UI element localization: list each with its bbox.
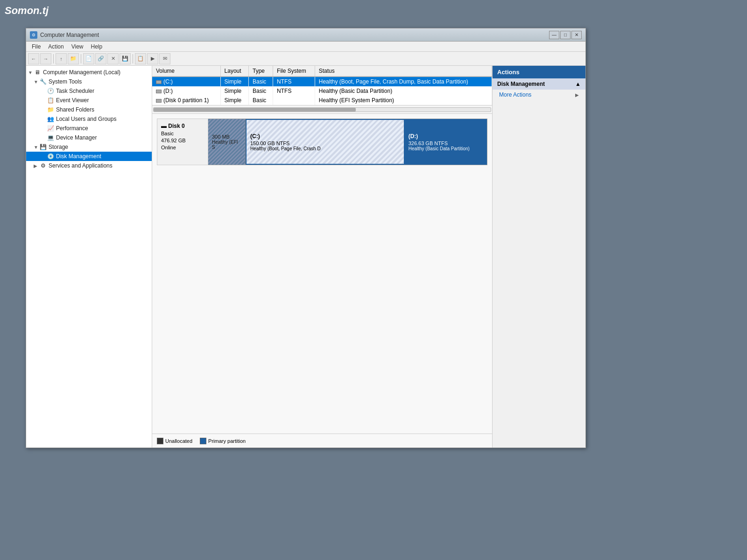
local-users-icon: 👥 (47, 115, 54, 123)
menu-action[interactable]: Action (44, 42, 67, 51)
d-fs: 326.63 GB NTFS (409, 140, 483, 146)
horizontal-scrollbar[interactable] (152, 105, 492, 114)
cell-layout: Simple (220, 77, 248, 86)
menu-bar: File Action View Help (26, 42, 585, 52)
disk-management-icon: 💿 (47, 153, 54, 160)
disk-size: 476.92 GB (161, 138, 204, 143)
toolbar-forward[interactable]: → (40, 53, 51, 64)
c-status: Healthy (Boot, Page File, Crash D (250, 146, 400, 151)
c-fs: 150.00 GB NTFS (250, 140, 400, 146)
toolbar-delete[interactable]: ✕ (107, 53, 119, 64)
device-manager-icon: 💻 (47, 134, 54, 141)
title-bar: ⚙ Computer Management — □ ✕ (26, 28, 585, 42)
c-name: (C:) (250, 133, 400, 140)
toolbar-properties[interactable]: 💾 (120, 53, 131, 64)
sidebar-item-disk-management[interactable]: 💿 Disk Management (26, 152, 152, 161)
scroll-track[interactable] (153, 107, 491, 112)
sidebar-item-system-tools[interactable]: ▼ 🔧 System Tools (26, 77, 152, 86)
primary-label: Primary partition (208, 438, 246, 444)
primary-swatch (200, 438, 206, 444)
d-status: Healthy (Basic Data Partition) (409, 146, 483, 151)
table-row[interactable]: (Disk 0 partition 1)SimpleBasicHealthy (… (152, 96, 492, 105)
toolbar-new[interactable]: 📄 (83, 53, 94, 64)
maximize-button[interactable]: □ (560, 31, 571, 39)
cell-layout: Simple (220, 86, 248, 96)
event-viewer-icon: 📋 (47, 97, 54, 104)
toolbar-copy[interactable]: 📋 (135, 53, 146, 64)
minimize-button[interactable]: — (549, 31, 559, 39)
watermark-text: Somon.tj (5, 5, 49, 17)
toolbar: ← → ↑ 📁 📄 🔗 ✕ 💾 📋 ▶ ✉ (26, 52, 585, 66)
col-volume[interactable]: Volume (152, 66, 220, 77)
menu-view[interactable]: View (68, 42, 87, 51)
toolbar-back[interactable]: ← (28, 53, 39, 64)
col-filesystem[interactable]: File System (273, 66, 315, 77)
partition-efi[interactable]: 300 MB Healthy (EFI S (208, 119, 246, 165)
disk-type: Basic (161, 131, 204, 136)
toolbar-up[interactable]: ↑ (56, 53, 67, 64)
expander-icon: ▼ (28, 70, 34, 75)
menu-file[interactable]: File (28, 42, 44, 51)
cell-type: Basic (248, 77, 273, 86)
disk-partitions: 300 MB Healthy (EFI S (C:) 150.00 GB NTF… (208, 119, 487, 165)
unallocated-swatch (157, 438, 163, 444)
col-status[interactable]: Status (315, 66, 492, 77)
toolbar-sep-2 (81, 54, 81, 63)
partition-c[interactable]: (C:) 150.00 GB NTFS Healthy (Boot, Page … (246, 119, 405, 165)
cell-fs (273, 96, 315, 105)
computer-management-window: ⚙ Computer Management — □ ✕ File Action … (26, 28, 586, 448)
volume-table: Volume Layout Type File System Status (C… (152, 66, 492, 105)
expander-icon: ▼ (34, 145, 39, 150)
menu-help[interactable]: Help (87, 42, 106, 51)
table-row[interactable]: (C:)SimpleBasicNTFSHealthy (Boot, Page F… (152, 77, 492, 86)
disk-icon (156, 80, 162, 84)
toolbar-paste[interactable]: ▶ (147, 53, 158, 64)
disk-icon (156, 90, 162, 93)
content-area: Volume Layout Type File System Status (C… (152, 66, 492, 448)
sidebar-item-shared-folders[interactable]: 📁 Shared Folders (26, 105, 152, 114)
actions-section-label: Disk Management (497, 81, 545, 87)
disk-name: ▬ Disk 0 (161, 123, 204, 129)
disk-row: ▬ Disk 0 Basic 476.92 GB Online 300 MB H… (157, 119, 487, 165)
sidebar-item-computer-management[interactable]: ▼ 🖥 Computer Management (Local) (26, 68, 152, 77)
sidebar-item-event-viewer[interactable]: 📋 Event Viewer (26, 96, 152, 105)
shared-folders-icon: 📁 (47, 106, 54, 113)
disk-status: Online (161, 145, 204, 150)
sidebar-item-performance[interactable]: 📈 Performance (26, 124, 152, 133)
cell-status: Healthy (Basic Data Partition) (315, 86, 492, 96)
toolbar-link[interactable]: 🔗 (95, 53, 106, 64)
legend-primary: Primary partition (200, 438, 246, 444)
disk-icon (156, 99, 162, 103)
table-row[interactable]: (D:)SimpleBasicNTFSHealthy (Basic Data P… (152, 86, 492, 96)
efi-status: Healthy (EFI S (212, 140, 241, 150)
sidebar-item-services[interactable]: ▶ ⚙ Services and Applications (26, 161, 152, 170)
toolbar-email[interactable]: ✉ (159, 53, 170, 64)
cell-volume: (C:) (152, 77, 220, 86)
cell-status: Healthy (Boot, Page File, Crash Dump, Ba… (315, 77, 492, 86)
system-tools-icon: 🔧 (39, 78, 47, 85)
sidebar-item-task-scheduler[interactable]: 🕐 Task Scheduler (26, 86, 152, 96)
partition-d[interactable]: (D:) 326.63 GB NTFS Healthy (Basic Data … (405, 119, 487, 165)
close-button[interactable]: ✕ (571, 31, 582, 39)
cell-layout: Simple (220, 96, 248, 105)
cell-type: Basic (248, 96, 273, 105)
action-arrow-icon: ▶ (575, 92, 579, 98)
col-type[interactable]: Type (248, 66, 273, 77)
sidebar-item-local-users[interactable]: 👥 Local Users and Groups (26, 114, 152, 124)
expander-icon: ▶ (34, 163, 39, 168)
actions-section-disk-management[interactable]: Disk Management ▲ (493, 78, 585, 90)
toolbar-sep-3 (133, 54, 133, 63)
action-more-actions[interactable]: More Actions ▶ (493, 90, 585, 100)
scroll-thumb[interactable] (154, 108, 356, 112)
action-label: More Actions (499, 91, 531, 98)
actions-header: Actions (493, 66, 585, 78)
toolbar-show-hide[interactable]: 📁 (68, 53, 79, 64)
performance-icon: 📈 (47, 125, 54, 132)
toolbar-sep-1 (53, 54, 54, 63)
col-layout[interactable]: Layout (220, 66, 248, 77)
computer-icon: 🖥 (34, 69, 41, 76)
cell-fs: NTFS (273, 86, 315, 96)
sidebar-item-storage[interactable]: ▼ 💾 Storage (26, 142, 152, 152)
title-bar-buttons: — □ ✕ (549, 31, 582, 39)
sidebar-item-device-manager[interactable]: 💻 Device Manager (26, 133, 152, 142)
